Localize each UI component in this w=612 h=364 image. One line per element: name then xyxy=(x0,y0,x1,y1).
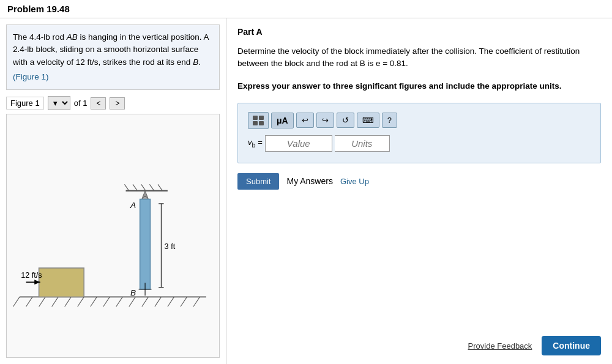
figure-controls: Figure 1 ▾ of 1 < > xyxy=(6,96,220,110)
part-a-label: Part A xyxy=(237,27,601,37)
svg-line-3 xyxy=(39,297,46,306)
keyboard-button[interactable]: ⌨ xyxy=(357,113,379,128)
svg-line-22 xyxy=(133,184,137,191)
svg-line-9 xyxy=(116,297,123,306)
figure-link[interactable]: (Figure 1) xyxy=(13,72,49,81)
refresh-button[interactable]: ↺ xyxy=(337,113,354,128)
redo-button[interactable]: ↪ xyxy=(316,113,334,128)
svg-line-13 xyxy=(168,297,174,306)
svg-line-7 xyxy=(91,297,97,306)
velocity-label: vb = xyxy=(248,138,263,149)
svg-rect-40 xyxy=(259,121,264,125)
figure-prev-button[interactable]: < xyxy=(91,97,106,110)
figure-select[interactable]: ▾ xyxy=(48,96,70,110)
submit-button[interactable]: Submit xyxy=(237,173,279,190)
svg-line-24 xyxy=(149,184,154,191)
svg-line-15 xyxy=(193,297,200,306)
svg-line-14 xyxy=(181,297,187,306)
express-instructions: Express your answer to three significant… xyxy=(237,81,601,91)
figure-svg: 12 ft/s A B xyxy=(7,114,219,357)
svg-line-1 xyxy=(13,297,20,306)
figure-area: 12 ft/s A B xyxy=(6,114,220,358)
give-up-link[interactable]: Give Up xyxy=(340,177,369,186)
figure-of-text: of 1 xyxy=(74,98,88,108)
svg-rect-38 xyxy=(259,116,264,120)
svg-line-11 xyxy=(142,297,149,306)
submit-row: Submit My Answers Give Up xyxy=(237,173,601,190)
svg-line-8 xyxy=(103,297,110,306)
grid-icon-button[interactable] xyxy=(248,112,269,129)
undo-button[interactable]: ↩ xyxy=(296,113,314,128)
svg-line-5 xyxy=(65,297,72,306)
svg-line-10 xyxy=(129,297,136,306)
continue-button[interactable]: Continue xyxy=(542,336,601,355)
svg-line-2 xyxy=(26,297,33,306)
svg-line-12 xyxy=(155,297,162,306)
problem-description-box: The 4.4-lb rod AB is hanging in the vert… xyxy=(6,24,220,90)
svg-text:A: A xyxy=(130,201,136,210)
svg-rect-39 xyxy=(253,121,258,125)
figure-label: Figure 1 xyxy=(6,97,44,110)
svg-line-21 xyxy=(124,184,129,191)
mu-a-button[interactable]: μA xyxy=(271,113,294,128)
answer-toolbar: μA ↩ ↪ ↺ ⌨ ? xyxy=(248,112,591,129)
description-line1: Determine the velocity of the block imme… xyxy=(237,46,580,56)
units-input[interactable] xyxy=(335,135,390,152)
problem-title: Problem 19.48 xyxy=(7,4,70,14)
svg-line-6 xyxy=(78,297,84,306)
svg-rect-28 xyxy=(140,199,151,289)
svg-line-23 xyxy=(141,184,146,191)
description-line2: between the block and the rod at B is e … xyxy=(237,59,408,68)
my-answers-link[interactable]: My Answers xyxy=(286,176,332,186)
svg-rect-16 xyxy=(39,268,84,297)
figure-next-button[interactable]: > xyxy=(110,97,125,110)
part-a-description: Determine the velocity of the block imme… xyxy=(237,45,601,70)
answer-box: μA ↩ ↪ ↺ ⌨ ? vb = xyxy=(237,103,601,163)
problem-text: The 4.4-lb rod AB is hanging in the vert… xyxy=(13,31,213,69)
svg-rect-37 xyxy=(253,116,258,120)
svg-line-25 xyxy=(158,184,162,191)
value-input[interactable] xyxy=(265,135,332,152)
svg-line-4 xyxy=(52,297,59,306)
svg-text:B: B xyxy=(130,288,136,297)
svg-text:12 ft/s: 12 ft/s xyxy=(21,271,42,280)
bottom-row: Provide Feedback Continue xyxy=(237,330,601,355)
help-button[interactable]: ? xyxy=(382,113,397,128)
mu-a-label: μA xyxy=(277,116,288,125)
input-row: vb = xyxy=(248,135,591,152)
provide-feedback-link[interactable]: Provide Feedback xyxy=(468,341,532,351)
svg-text:3 ft: 3 ft xyxy=(165,242,176,251)
